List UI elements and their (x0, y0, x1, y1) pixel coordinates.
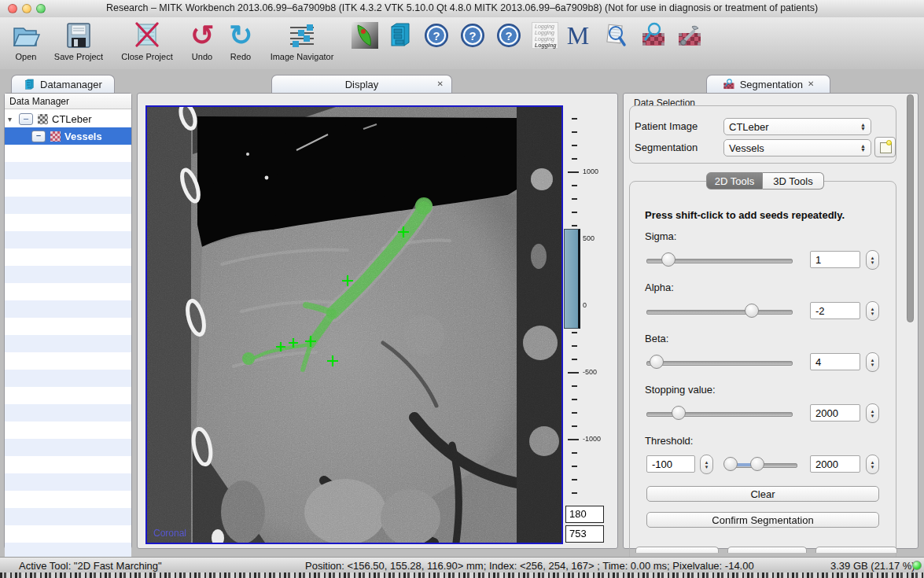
workbench-area: Datamanager Data Manager CTLeber Vessels… (0, 69, 924, 557)
segmentation-perspective-button[interactable] (639, 20, 668, 67)
tree-node-label: CTLeber (52, 113, 92, 125)
close-icon[interactable] (808, 80, 814, 88)
view-navigator-button[interactable] (601, 20, 631, 67)
segmentation-combobox[interactable]: Vessels (723, 139, 871, 156)
image-navigator-button[interactable]: Image Navigator (264, 20, 340, 67)
beta-stepper[interactable] (866, 352, 879, 372)
mitk-module-button[interactable]: M (565, 20, 591, 67)
help-button-1[interactable]: ? (423, 20, 450, 67)
expand-arrow-icon[interactable] (8, 115, 19, 123)
scale-tick (572, 225, 577, 226)
empty-list-row (5, 387, 131, 404)
scale-tick (572, 412, 577, 414)
close-icon[interactable] (437, 80, 444, 88)
visibility-toggle-icon[interactable] (19, 113, 33, 125)
close-project-button[interactable]: Close Project (112, 20, 182, 67)
scale-tick (568, 372, 579, 374)
clear-button[interactable]: Clear (646, 486, 879, 502)
segmentation-view-button[interactable] (351, 20, 379, 67)
alpha-spinbox[interactable] (810, 302, 860, 319)
slider-handle[interactable] (661, 252, 676, 267)
empty-list-row (5, 404, 131, 422)
scale-tick (572, 118, 577, 120)
segmentation-search-icon (639, 20, 668, 51)
position-status: Position: <156.50, 155.28, 116.90> mm; I… (305, 560, 754, 572)
tree-node-ctleber[interactable]: CTLeber (5, 110, 131, 127)
scale-tick-label: -1000 (583, 435, 601, 443)
scale-tick-label: 1000 (583, 168, 598, 175)
active-tool-status: Active Tool: "2D Fast Marching" (19, 560, 162, 572)
alpha-label: Alpha: (645, 282, 674, 293)
floppy-disk-icon (49, 20, 109, 51)
tree-node-vessels[interactable]: Vessels (5, 127, 131, 145)
tab-3d-tools[interactable]: 3D Tools (763, 172, 824, 190)
range-handle-high[interactable] (750, 457, 764, 471)
patient-image-combobox[interactable]: CTLeber (723, 118, 871, 135)
clipped-button-2[interactable] (727, 547, 807, 553)
segmentation-node-icon (50, 131, 61, 142)
logging-button[interactable]: LoggingLogging LoggingLogging (530, 20, 560, 67)
empty-list-row (5, 197, 131, 214)
threshold-min-spinbox[interactable] (646, 455, 695, 473)
scale-tick (572, 385, 577, 387)
tab-segmentation[interactable]: Segmentation (706, 75, 830, 93)
segmentation-utilities-button[interactable] (675, 20, 705, 67)
confirm-segmentation-button[interactable]: Confirm Segmentation (646, 512, 879, 528)
vertical-scrollbar[interactable] (907, 94, 914, 322)
datamanager-toolbar-button[interactable] (385, 20, 415, 67)
combo-arrows-icon (860, 123, 866, 131)
coronal-render-window[interactable]: Coronal (145, 105, 563, 544)
clipped-button-1[interactable] (635, 547, 719, 553)
new-badge-icon (886, 140, 892, 145)
empty-list-row (5, 179, 131, 197)
alpha-slider[interactable] (646, 304, 793, 318)
svg-text:?: ? (505, 29, 512, 42)
threshold-min-stepper[interactable] (700, 455, 713, 474)
range-handle-low[interactable] (723, 457, 738, 471)
scale-tick-label: 0 (583, 301, 587, 309)
scale-tick (568, 439, 579, 440)
alpha-stepper[interactable] (866, 301, 879, 321)
stopping-value-label: Stopping value: (645, 384, 716, 396)
empty-list-row (5, 525, 131, 543)
beta-spinbox[interactable] (810, 353, 860, 370)
segmentation-search-icon (723, 79, 735, 90)
stopping-value-stepper[interactable] (866, 403, 879, 423)
redo-button[interactable]: ↻ Redo (223, 20, 258, 67)
image-node-icon (38, 114, 48, 124)
clipped-button-3[interactable] (815, 547, 897, 553)
empty-list-row (5, 352, 131, 370)
threshold-range-slider[interactable] (725, 457, 797, 471)
window-value-box[interactable]: 753 (565, 525, 604, 543)
tab-2d-tools[interactable]: 2D Tools (706, 172, 763, 190)
beta-slider[interactable] (646, 355, 793, 369)
ct-image: Coronal (147, 107, 561, 543)
threshold-max-spinbox[interactable] (810, 455, 860, 473)
new-segmentation-button[interactable] (874, 137, 896, 157)
level-value-box[interactable]: 180 (565, 506, 604, 523)
visibility-toggle-icon[interactable] (31, 131, 46, 142)
slider-handle[interactable] (650, 355, 664, 369)
stopping-value-slider[interactable] (646, 406, 793, 420)
empty-list-row (5, 456, 131, 473)
scale-tick (572, 185, 577, 186)
empty-list-row (5, 473, 131, 491)
sigma-slider[interactable] (646, 252, 793, 267)
stopping-value-spinbox[interactable] (810, 404, 860, 422)
help-button-2[interactable]: ? (459, 20, 486, 67)
help-icon: ? (495, 20, 522, 51)
undo-button[interactable]: ↺ Undo (187, 20, 217, 67)
tab-display[interactable]: Display (271, 75, 452, 93)
sigma-stepper[interactable] (866, 250, 879, 270)
open-button[interactable]: Open (6, 20, 46, 67)
slider-handle[interactable] (672, 406, 686, 420)
save-project-button[interactable]: Save Project (49, 20, 109, 67)
redo-icon: ↻ (223, 20, 258, 51)
tab-segmentation-label: Segmentation (740, 79, 803, 90)
threshold-max-stepper[interactable] (866, 455, 879, 474)
help-button-3[interactable]: ? (495, 20, 522, 67)
slider-handle[interactable] (745, 304, 759, 318)
sigma-spinbox[interactable] (810, 251, 860, 268)
levelwindow-handle[interactable] (564, 229, 580, 329)
tab-datamanager[interactable]: Datamanager (11, 75, 115, 93)
